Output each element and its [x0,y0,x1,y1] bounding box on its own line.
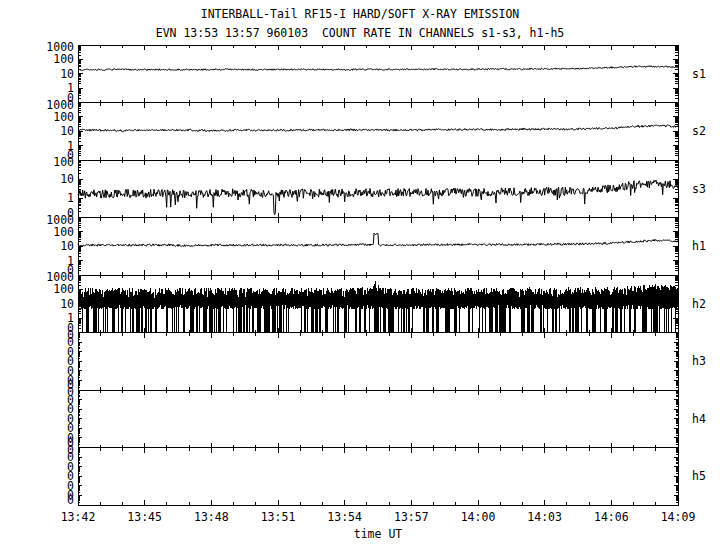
y-tick-label-s3: 1 [67,191,74,205]
y-tick-label-s1: 100 [53,52,74,66]
panel-h4: 0000000h4 [67,385,706,450]
channel-label-h3: h3 [692,354,706,368]
y-tick-label-s3: 100 [53,155,74,169]
x-tick-label: 13:42 [61,510,96,524]
panel-h5: 0000000h5 [67,443,706,508]
y-tick-label-s2: 100 [53,110,74,124]
plot-canvas: 10001001010s110001001010s21001010s310001… [0,0,720,550]
chart-subtitle: EVN 13:53 13:57 960103 COUNT RATE IN CHA… [0,26,720,40]
y-tick-label-s1: 10 [60,67,74,81]
y-tick-label-h1: 100 [53,225,74,239]
chart-title: INTERBALL-Tail RF15-I HARD/SOFT X-RAY EM… [0,7,720,21]
x-tick-label: 13:48 [194,510,229,524]
panel-h1: 10001001010h1 [46,213,706,278]
x-axis: 13:4213:4513:4813:5113:5413:5714:0014:03… [61,510,696,541]
channel-label-s1: s1 [692,67,706,81]
x-tick-label: 13:57 [394,510,429,524]
y-tick-label-h2: 100 [53,282,74,296]
channel-label-h1: h1 [692,239,706,253]
y-tick-label-s2: 10 [60,124,74,138]
panel-s2: 10001001010s2 [46,98,706,163]
x-tick-label: 14:00 [461,510,496,524]
x-tick-label: 14:09 [661,510,696,524]
y-tick-label-h5: 0 [67,493,74,507]
interball-xray-chart: INTERBALL-Tail RF15-I HARD/SOFT X-RAY EM… [0,0,720,550]
trace-s1 [78,66,678,71]
panel-h3: 0000000h3 [67,328,706,393]
y-tick-label-h1: 10 [60,239,74,253]
channel-label-h5: h5 [692,469,706,483]
channel-label-h2: h2 [692,297,706,311]
trace-h1 [78,233,678,247]
x-tick-label: 13:51 [261,510,296,524]
x-tick-label: 13:54 [327,510,362,524]
x-tick-label: 14:06 [594,510,629,524]
channel-label-s3: s3 [692,182,706,196]
trace-s3 [78,180,678,215]
channel-label-s2: s2 [692,124,706,138]
channel-label-h4: h4 [692,412,706,426]
panel-h2: 10001001010h2 [46,270,706,335]
panel-s3: 1001010s3 [53,155,706,220]
x-axis-title: time UT [354,527,403,541]
y-tick-label-h2: 10 [60,297,74,311]
x-tick-label: 13:45 [127,510,162,524]
panel-s1: 10001001010s1 [46,40,706,105]
trace-s2 [78,125,678,132]
x-tick-label: 14:03 [527,510,562,524]
y-tick-label-s3: 10 [60,172,74,186]
